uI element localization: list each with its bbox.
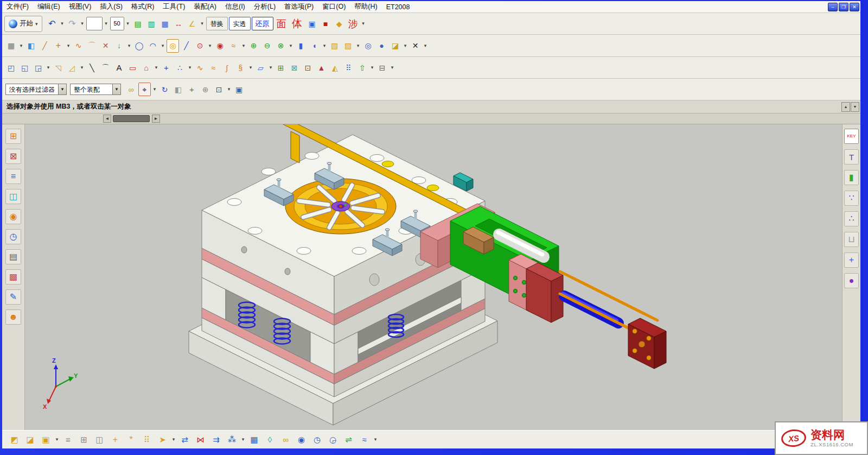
viewport-3d-canvas[interactable]: Z Y X [25, 124, 842, 430]
polygon-icon[interactable]: ⌂ [140, 61, 152, 74]
curve-icon[interactable]: ∿ [72, 39, 85, 53]
extract-body-icon[interactable]: ⊠ [288, 61, 301, 74]
arrangements-icon[interactable]: ▦ [247, 432, 261, 447]
mirror-assembly-icon[interactable]: ⋈ [193, 432, 208, 447]
boss-icon[interactable]: ● [375, 39, 388, 53]
menu-help[interactable]: 帮助(H) [350, 1, 381, 13]
wave-geometry-icon[interactable]: ◉ [294, 432, 309, 447]
selection-filter-dropdown[interactable]: 没有选择过滤器 ▼ [5, 84, 67, 95]
form-menu-arrow[interactable]: ▾ [322, 39, 327, 53]
sheetmetal-menu-arrow[interactable]: ▾ [79, 61, 85, 74]
associative-menu-arrow[interactable]: ▾ [369, 61, 375, 74]
menu-tools[interactable]: 工具(T) [158, 1, 189, 13]
history-icon[interactable]: ◷ [5, 229, 21, 244]
graphics-window[interactable]: Z Y X [25, 124, 842, 430]
rectangle-select-icon[interactable]: ⊡ [213, 83, 225, 96]
find-component-icon[interactable]: ◩ [7, 432, 22, 447]
replace-button[interactable]: 替换 [206, 17, 228, 30]
template-t-icon[interactable]: T [844, 149, 859, 165]
snap-menu-arrow[interactable]: ▾ [152, 83, 157, 96]
she-button[interactable]: 涉 [347, 17, 360, 30]
point-menu-arrow[interactable]: ▾ [187, 61, 193, 74]
layer-visible-icon[interactable]: ▥ [145, 17, 158, 30]
surface-menu-arrow[interactable]: ▾ [46, 61, 51, 74]
move-handle-icon[interactable]: + [186, 83, 198, 96]
menu-format[interactable]: 格式(R) [127, 1, 158, 13]
measure-menu-arrow[interactable]: ▾ [200, 17, 205, 30]
face-button[interactable]: 面 [275, 17, 289, 30]
wave-link-icon[interactable]: ⊞ [275, 61, 287, 74]
quick-trim-icon[interactable]: ≈ [227, 39, 240, 53]
bottom-menu-arrow[interactable]: ▾ [373, 432, 378, 447]
curve-menu-arrow[interactable]: ▾ [126, 39, 132, 53]
chevron-down-icon[interactable]: ▼ [58, 84, 67, 95]
datum-axis-icon[interactable]: ╱ [39, 39, 51, 53]
law-curve-icon[interactable]: ∫ [221, 61, 233, 74]
selection-scope-dropdown[interactable]: 整个装配 ▼ [70, 84, 121, 95]
redo-menu-arrow[interactable]: ▾ [80, 17, 85, 30]
cue-scroll-up-button[interactable]: ▲ [841, 102, 850, 112]
new-component-icon[interactable]: * [124, 432, 138, 447]
menu-edit[interactable]: 编辑(E) [33, 1, 65, 13]
cylinder-icon[interactable]: ▨ [342, 39, 354, 53]
work-layer-arrow[interactable]: ▾ [125, 17, 131, 30]
spline-menu-arrow[interactable]: ▾ [248, 61, 253, 74]
pattern-stack-icon[interactable]: ≡ [61, 432, 75, 447]
feature-menu-arrow[interactable]: ▾ [403, 39, 408, 53]
line-icon[interactable]: ╱ [180, 39, 193, 53]
copy-face-icon[interactable]: ▣ [306, 17, 318, 30]
undo-icon[interactable]: ↶ [46, 17, 59, 30]
fit-spline-icon[interactable]: ≈ [207, 61, 220, 74]
basic-arc-icon[interactable]: ⌒ [99, 61, 112, 74]
swept-surface-icon[interactable]: ◲ [32, 61, 44, 74]
assembly-menu-arrow[interactable]: ▾ [171, 432, 176, 447]
sketch-menu-arrow[interactable]: ▾ [18, 39, 24, 53]
trim-menu-arrow[interactable]: ▾ [241, 39, 246, 53]
flange-icon[interactable]: ◹ [52, 61, 65, 74]
spheres-icon[interactable]: ∵ [844, 191, 859, 206]
menu-analysis[interactable]: 分析(L) [250, 1, 280, 13]
snap-point-icon[interactable]: ⌖ [138, 83, 151, 96]
key-icon[interactable]: KEY [844, 129, 859, 144]
add-component-icon[interactable]: + [108, 432, 123, 447]
rotate-view-icon[interactable]: ↻ [158, 83, 171, 96]
menu-insert[interactable]: 插入(S) [95, 1, 127, 13]
synchronous-menu-arrow[interactable]: ▾ [423, 39, 428, 53]
part-navigator-icon[interactable]: ≡ [5, 169, 21, 184]
show-product-outline-icon[interactable]: ▣ [39, 432, 53, 447]
swatch-menu-arrow[interactable]: ▾ [104, 17, 109, 30]
promote-body-icon[interactable]: ⇧ [356, 61, 368, 74]
move-component-icon[interactable]: ➤ [155, 432, 170, 447]
trim-body-icon[interactable]: ◪ [389, 39, 401, 53]
wipe-section-icon[interactable]: ◧ [172, 83, 184, 96]
close-button[interactable]: ✕ [850, 3, 859, 11]
bounded-region-icon[interactable]: ⊡ [302, 61, 314, 74]
clearance-analysis-icon[interactable]: ◊ [263, 432, 277, 447]
arc-menu-arrow[interactable]: ▾ [160, 39, 165, 53]
roles-icon[interactable]: ☻ [5, 309, 21, 325]
assembly-navigator-icon[interactable]: ⊞ [5, 129, 21, 144]
donut-icon[interactable]: ◎ [167, 39, 179, 53]
point-circle-icon[interactable]: ⊙ [194, 39, 206, 53]
restore-button[interactable]: ❐ [839, 3, 848, 11]
scroll-right-button[interactable]: ► [152, 115, 160, 123]
menu-assemblies[interactable]: 装配(A) [189, 1, 221, 13]
sequence-icon[interactable]: ⇉ [209, 432, 224, 447]
gold-part-icon[interactable]: ◆ [333, 17, 346, 30]
materials-icon[interactable]: ▤ [5, 249, 21, 264]
tube-menu-arrow[interactable]: ▾ [268, 61, 273, 74]
intersect-icon[interactable]: ⊗ [275, 39, 287, 53]
tube-icon[interactable]: ▱ [254, 61, 267, 74]
delete-face-icon[interactable]: ✕ [409, 39, 422, 53]
cup-icon[interactable]: ⊔ [844, 232, 859, 247]
ruled-surface-icon[interactable]: ◰ [5, 61, 17, 74]
she-menu-arrow[interactable]: ▾ [361, 17, 366, 30]
point-icon[interactable]: + [160, 61, 173, 74]
component-menu-arrow[interactable]: ▾ [54, 432, 60, 447]
ellipse-icon[interactable]: ◉ [214, 39, 226, 53]
work-layer-value[interactable]: 50 [110, 17, 124, 30]
pan-icon[interactable]: ⊕ [199, 83, 212, 96]
reuse-library-icon[interactable]: ◫ [5, 189, 21, 204]
display-color-swatch[interactable] [86, 17, 103, 30]
interface-clock-icon[interactable]: ◷ [310, 432, 324, 447]
